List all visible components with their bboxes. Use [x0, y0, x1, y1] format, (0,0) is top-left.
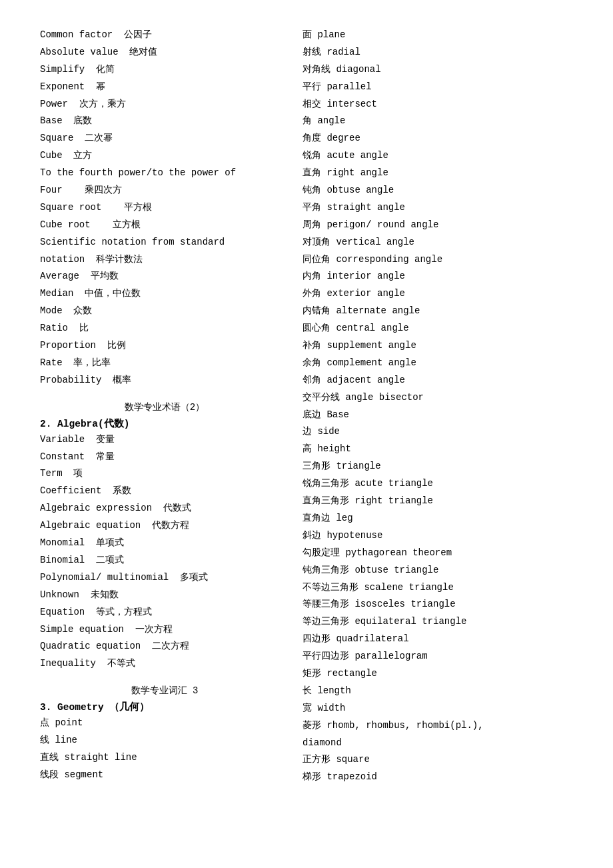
list-item: 内错角 alternate angle [303, 303, 573, 320]
list-item: 直角 right angle [303, 165, 573, 182]
list-item: Constant 常量 [40, 449, 289, 466]
list-item: 高 height [303, 441, 573, 458]
list-item: 锐角 acute angle [303, 147, 573, 165]
list-item: 补角 supplement angle [303, 337, 573, 355]
section-heading-1: 数学专业术语（2） [40, 401, 289, 413]
list-item: 正方形 square [303, 751, 573, 769]
list-item: 四边形 quadrilateral [303, 631, 573, 648]
list-item: To the fourth power/to the power of [40, 165, 289, 182]
list-item: Unknown 未知数 [40, 587, 289, 604]
list-item: 不等边三角形 scalene triangle [303, 579, 573, 597]
list-item: Square root 平方根 [40, 199, 289, 217]
list-item: 面 plane [303, 27, 573, 44]
right-entries: 面 plane射线 radial对角线 diagonal平行 parallel相… [303, 27, 573, 786]
list-item: Quadratic equation 二次方程 [40, 638, 289, 655]
list-item: 等边三角形 equilateral triangle [303, 613, 573, 631]
list-item: Four 乘四次方 [40, 182, 289, 199]
list-item: 三角形 triangle [303, 458, 573, 475]
list-item: 勾股定理 pythagorean theorem [303, 545, 573, 562]
bold-heading-2: 2. Algebra(代数) [40, 417, 289, 430]
list-item: Cube 立方 [40, 147, 289, 165]
list-item: Scientific notation from standard [40, 234, 289, 251]
list-item: 相交 intersect [303, 96, 573, 113]
list-item: Common factor 公因子 [40, 27, 289, 44]
list-item: Base 底数 [40, 113, 289, 130]
list-item: 点 point [40, 715, 289, 732]
list-item: 角 angle [303, 113, 573, 130]
list-item: Rate 率，比率 [40, 355, 289, 372]
list-item: 宽 width [303, 700, 573, 717]
list-item: 梯形 trapezoid [303, 769, 573, 786]
list-item: 长 length [303, 683, 573, 700]
list-item: 直线 straight line [40, 749, 289, 767]
list-item: 余角 complement angle [303, 355, 573, 372]
list-item: Absolute value 绝对值 [40, 44, 289, 61]
list-item: Polynomial/ multinomial 多项式 [40, 569, 289, 587]
list-item: 线 line [40, 732, 289, 749]
list-item: Monomial 单项式 [40, 535, 289, 552]
list-item: Power 次方，乘方 [40, 96, 289, 113]
list-item: Mode 众数 [40, 303, 289, 320]
list-item: Exponent 幂 [40, 79, 289, 96]
list-item: 平行 parallel [303, 79, 573, 96]
list-item: 内角 interior angle [303, 268, 573, 285]
list-item: 对顶角 vertical angle [303, 234, 573, 251]
list-item: Cube root 立方根 [40, 217, 289, 234]
list-item: notation 科学计数法 [40, 251, 289, 269]
list-item: Inequality 不等式 [40, 655, 289, 673]
list-item: Simple equation 一次方程 [40, 621, 289, 639]
list-item: 直角三角形 right triangle [303, 493, 573, 510]
list-item: 圆心角 central angle [303, 320, 573, 337]
list-item: Variable 变量 [40, 431, 289, 449]
list-item: 等腰三角形 isosceles triangle [303, 596, 573, 613]
list-item: 角度 degree [303, 130, 573, 147]
list-item: 对角线 diagonal [303, 61, 573, 79]
list-item: 矩形 rectangle [303, 665, 573, 683]
list-item: 周角 perigon/ round angle [303, 217, 573, 234]
left-entries-section1: Common factor 公因子Absolute value 绝对值Simpl… [40, 27, 289, 389]
list-item: 邻角 adjacent angle [303, 372, 573, 389]
list-item: 边 side [303, 423, 573, 441]
list-item: 平角 straight angle [303, 199, 573, 217]
main-content: Common factor 公因子Absolute value 绝对值Simpl… [40, 27, 573, 786]
list-item: Term 项 [40, 465, 289, 483]
list-item: 锐角三角形 acute triangle [303, 475, 573, 493]
list-item: 钝角 obtuse angle [303, 182, 573, 199]
list-item: Proportion 比例 [40, 337, 289, 355]
list-item: Coefficient 系数 [40, 483, 289, 500]
list-item: diamond [303, 735, 573, 752]
section-heading-2: 数学专业词汇 3 [40, 685, 289, 697]
list-item: Ratio 比 [40, 320, 289, 337]
list-item: Median 中值，中位数 [40, 285, 289, 303]
left-entries-section2: Variable 变量Constant 常量Term 项Coefficient … [40, 431, 289, 673]
list-item: 射线 radial [303, 44, 573, 61]
list-item: Square 二次幂 [40, 130, 289, 147]
list-item: 菱形 rhomb, rhombus, rhombi(pl.), [303, 717, 573, 735]
list-item: Algebraic equation 代数方程 [40, 517, 289, 535]
list-item: Algebraic expression 代数式 [40, 500, 289, 517]
list-item: 外角 exterior angle [303, 285, 573, 303]
list-item: Probability 概率 [40, 372, 289, 389]
list-item: 同位角 corresponding angle [303, 251, 573, 269]
list-item: Binomial 二项式 [40, 552, 289, 569]
list-item: 平行四边形 parallelogram [303, 648, 573, 665]
list-item: Average 平均数 [40, 268, 289, 285]
list-item: 斜边 hypotenuse [303, 527, 573, 545]
list-item: 底边 Base [303, 407, 573, 424]
list-item: 直角边 leg [303, 510, 573, 527]
list-item: 交平分线 angle bisector [303, 389, 573, 407]
bold-heading-3: 3. Geometry （几何） [40, 701, 289, 713]
right-column: 面 plane射线 radial对角线 diagonal平行 parallel相… [296, 27, 573, 786]
list-item: Simplify 化简 [40, 61, 289, 79]
list-item: 线段 segment [40, 767, 289, 784]
list-item: Equation 等式，方程式 [40, 604, 289, 621]
left-column: Common factor 公因子Absolute value 绝对值Simpl… [40, 27, 296, 786]
list-item: 钝角三角形 obtuse triangle [303, 562, 573, 579]
left-entries-section3: 点 point线 line直线 straight line线段 segment [40, 715, 289, 784]
